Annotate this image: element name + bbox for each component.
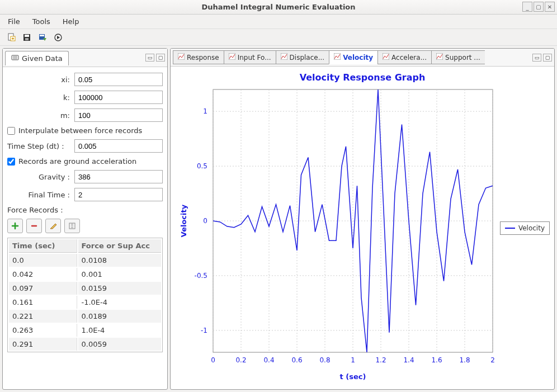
svg-text:1.2: 1.2 — [375, 356, 386, 364]
m-input[interactable] — [74, 108, 163, 122]
gravity-input[interactable] — [74, 170, 163, 183]
svg-rect-13 — [334, 53, 341, 60]
svg-rect-6 — [40, 35, 44, 36]
cell-force[interactable]: 0.0159 — [78, 282, 162, 295]
chart-icon — [334, 53, 341, 62]
tab-velocity[interactable]: Velocity — [329, 50, 377, 64]
tab-input-fo-[interactable]: Input Fo... — [224, 50, 276, 64]
svg-rect-14 — [383, 53, 389, 60]
svg-text:0.8: 0.8 — [319, 356, 330, 364]
cell-time[interactable]: 0.161 — [9, 296, 77, 309]
dt-input[interactable] — [74, 139, 163, 153]
svg-text:1: 1 — [351, 356, 355, 364]
tab-response[interactable]: Response — [173, 50, 224, 64]
cell-force[interactable]: 0.0108 — [78, 254, 162, 267]
menubar: File Tools Help — [0, 15, 557, 29]
xi-input[interactable] — [74, 73, 163, 86]
table-row[interactable]: 0.2210.0189 — [9, 310, 161, 323]
cell-time[interactable]: 0.221 — [9, 310, 77, 323]
cell-force[interactable]: -1.0E-4 — [78, 296, 162, 309]
cell-time[interactable]: 0.0 — [9, 254, 77, 267]
k-input[interactable] — [74, 91, 163, 104]
tab-accelera-[interactable]: Accelera... — [377, 50, 431, 64]
remove-record-button[interactable] — [26, 219, 42, 233]
window-title: Duhamel Integral Numeric Evaluation — [0, 3, 557, 11]
chart-icon — [229, 53, 235, 62]
menu-help[interactable]: Help — [58, 16, 84, 27]
chart-panel-maximize[interactable]: ▢ — [543, 54, 552, 62]
svg-text:Velocity: Velocity — [180, 204, 188, 237]
cell-time[interactable]: 0.291 — [9, 338, 77, 351]
minimize-button[interactable]: _ — [522, 2, 532, 12]
edit-record-button[interactable] — [45, 219, 61, 233]
cell-force[interactable]: 0.001 — [78, 268, 162, 281]
chart-legend: Velocity — [500, 221, 550, 235]
cell-time[interactable]: 0.263 — [9, 324, 77, 337]
table-row[interactable]: 0.0970.0159 — [9, 282, 161, 295]
velocity-chart: 00.20.40.60.811.21.41.61.82-1-0.500.51t … — [174, 84, 543, 386]
svg-rect-10 — [178, 53, 185, 60]
cell-force[interactable]: 0.0189 — [78, 310, 162, 323]
cell-force[interactable]: 1.0E-4 — [78, 324, 162, 337]
svg-text:0: 0 — [203, 217, 207, 225]
svg-text:0.2: 0.2 — [235, 356, 246, 364]
dt-label: Time Step (dt) : — [7, 142, 74, 150]
data-icon — [11, 54, 19, 63]
svg-text:-0.5: -0.5 — [195, 272, 207, 280]
ground-accel-checkbox[interactable] — [7, 158, 15, 166]
cell-time[interactable]: 0.097 — [9, 282, 77, 295]
svg-text:t (sec): t (sec) — [340, 372, 366, 381]
legend-line-icon — [505, 228, 515, 229]
chart-icon — [281, 53, 287, 62]
tab-displace-[interactable]: Displace... — [276, 50, 329, 64]
given-data-tab[interactable]: Given Data — [5, 51, 69, 65]
given-data-panel: Given Data ▭ ▢ xi: k: m: Interpulate bet… — [2, 48, 168, 390]
svg-text:-1: -1 — [201, 327, 207, 334]
svg-rect-12 — [281, 53, 287, 60]
import-record-button[interactable] — [64, 219, 80, 233]
table-row[interactable]: 0.161-1.0E-4 — [9, 296, 161, 309]
chart-panel-minimize[interactable]: ▭ — [532, 54, 541, 62]
titlebar: Duhamel Integral Numeric Evaluation _ ▢ … — [0, 0, 557, 15]
chart-icon — [436, 53, 443, 62]
add-record-button[interactable] — [7, 219, 23, 233]
svg-rect-11 — [229, 53, 235, 60]
k-label: k: — [7, 93, 74, 102]
svg-text:0: 0 — [211, 356, 215, 364]
toolbar — [0, 29, 557, 46]
svg-text:1.6: 1.6 — [431, 356, 442, 364]
col-time-header[interactable]: Time (sec) — [9, 239, 77, 253]
svg-text:1: 1 — [203, 107, 207, 115]
final-time-input[interactable] — [74, 188, 163, 201]
new-file-button[interactable] — [6, 32, 17, 43]
maximize-button[interactable]: ▢ — [534, 2, 544, 12]
save-as-button[interactable] — [37, 32, 48, 43]
table-row[interactable]: 0.0420.001 — [9, 268, 161, 281]
panel-maximize-button[interactable]: ▢ — [156, 54, 165, 62]
svg-text:1.8: 1.8 — [459, 356, 470, 364]
menu-tools[interactable]: Tools — [28, 16, 55, 27]
menu-file[interactable]: File — [3, 16, 25, 27]
legend-label: Velocity — [518, 224, 545, 232]
table-row[interactable]: 0.00.0108 — [9, 254, 161, 267]
save-button[interactable] — [21, 32, 32, 43]
interpolate-label: Interpulate between force records — [18, 126, 142, 135]
chart-panel: ResponseInput Fo...Displace...VelocityAc… — [170, 48, 555, 390]
records-table[interactable]: Time (sec) Force or Sup Acc 0.00.01080.0… — [7, 238, 163, 352]
given-data-tab-label: Given Data — [22, 54, 63, 63]
close-button[interactable]: ✕ — [545, 2, 555, 12]
panel-minimize-button[interactable]: ▭ — [145, 54, 154, 62]
table-row[interactable]: 0.2910.0059 — [9, 338, 161, 351]
run-button[interactable] — [53, 32, 64, 43]
cell-force[interactable]: 0.0059 — [78, 338, 162, 351]
gravity-label: Gravity : — [7, 173, 74, 181]
m-label: m: — [7, 111, 74, 120]
svg-text:2: 2 — [490, 356, 495, 364]
table-row[interactable]: 0.2631.0E-4 — [9, 324, 161, 337]
col-force-header[interactable]: Force or Sup Acc — [78, 239, 162, 253]
chart-tabs: ResponseInput Fo...Displace...VelocityAc… — [171, 49, 554, 67]
interpolate-checkbox[interactable] — [7, 127, 15, 135]
cell-time[interactable]: 0.042 — [9, 268, 77, 281]
svg-rect-3 — [25, 35, 29, 37]
tab-support-[interactable]: Support ... — [431, 50, 485, 64]
